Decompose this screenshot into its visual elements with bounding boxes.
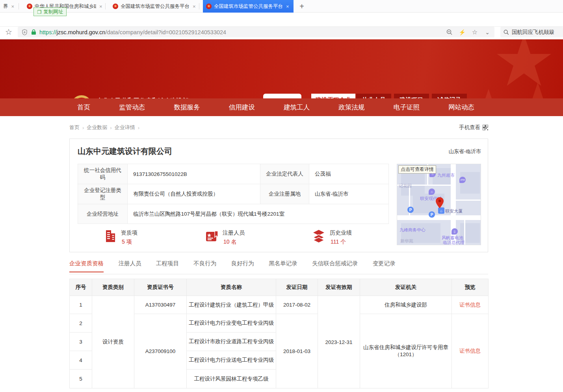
company-name: 山东中元建筑设计有限公司: [78, 146, 172, 157]
nav-site-news[interactable]: 网站动态: [448, 98, 474, 116]
close-icon[interactable]: ×: [99, 4, 102, 9]
search-tab-enterprise[interactable]: 建设工程企业: [311, 94, 355, 98]
tab-projects[interactable]: 工程项目: [156, 260, 179, 272]
map-label-lianan-tower: 联安大厦: [445, 208, 463, 214]
certificate-number: A237009100: [134, 314, 187, 388]
issue-date: 2017-08-02: [276, 296, 318, 314]
tab-separator: [105, 3, 106, 9]
search-icon: [504, 30, 509, 35]
atm-poi-icon: ATM: [459, 177, 466, 183]
new-tab-button[interactable]: +: [296, 1, 307, 12]
col-header: 资质证书号: [134, 279, 187, 296]
certificate-info-link[interactable]: 证书信息: [459, 348, 481, 354]
tab-good-behavior[interactable]: 良好行为: [231, 260, 254, 272]
nav-credit[interactable]: 信用建设: [229, 98, 255, 116]
map-thumbnail[interactable]: 点击可查看详情 ⌂ 九州超市 ATM 记花园 ⌂ 联安现代城 ⌂ 联安大厦 P …: [397, 164, 481, 245]
shield-icon[interactable]: [22, 29, 28, 35]
map-tooltip: 点击可查看详情: [398, 165, 436, 174]
qualification-category: 设计资质: [92, 296, 134, 388]
stat-value[interactable]: 5 项: [121, 239, 137, 246]
field-label: 企业法定代表人: [260, 164, 309, 184]
tower-poi-icon: ⌂: [438, 207, 444, 214]
breadcrumb-company-detail[interactable]: 企业详情: [115, 124, 135, 131]
nav-e-license[interactable]: 电子证照: [394, 98, 420, 116]
lock-icon: [31, 29, 36, 35]
battery-poi-icon: ▯: [452, 228, 458, 235]
search-tab-personnel[interactable]: 从业人员: [356, 94, 391, 98]
parking-icon: P: [407, 207, 414, 213]
col-header: 发证日期: [276, 279, 318, 296]
col-header: 预览: [452, 279, 489, 296]
browser-tab-jzsc-1[interactable]: ★ 全国建筑市场监管公共服务平台 ×: [110, 0, 199, 13]
qualification-name: 工程设计电力行业送电工程专业丙级: [187, 351, 276, 370]
tab-qualification[interactable]: 企业资质资格: [69, 260, 104, 272]
close-icon[interactable]: ×: [11, 4, 15, 9]
certificate-info-link[interactable]: 证书信息: [459, 302, 481, 308]
company-region: 山东省-临沂市: [449, 148, 481, 155]
qr-code: [263, 94, 301, 98]
map-label-xinhuayuan: 新华苑: [400, 238, 413, 244]
close-icon[interactable]: ×: [286, 4, 289, 9]
browser-url-bar: ☆ https://jzsc.mohurd.gov.cn/data/compan…: [0, 13, 563, 27]
bookmark-star-icon[interactable]: ☆: [3, 27, 14, 37]
stat-value[interactable]: 111 个: [330, 239, 352, 246]
close-icon[interactable]: ×: [193, 4, 196, 9]
address-field[interactable]: https://jzsc.mohurd.gov.cn/data/company/…: [18, 27, 494, 37]
browser-tab-jzsc-active[interactable]: ★ 全国建筑市场监管公共服务平台 ×: [203, 0, 294, 13]
qualification-name: 工程设计市政行业道路工程专业丙级: [187, 333, 276, 351]
favorite-star-icon[interactable]: ☆: [472, 29, 478, 35]
header-search-module: 建设工程企业 从业人员 建设项目 诚信记录 搜索: [311, 94, 487, 98]
col-header: 发证有效期: [318, 279, 360, 296]
search-tab-credit[interactable]: 诚信记录: [432, 94, 467, 98]
row-number: 3: [70, 333, 92, 351]
company-info-table: 统一社会信用代码 91371302675501022B 企业法定代表人 公茂福 …: [78, 164, 389, 224]
nav-policy[interactable]: 政策法规: [338, 98, 364, 116]
browser-tab-partial[interactable]: 界 ×: [0, 0, 19, 13]
breadcrumb: 首页 › 企业数据 › 企业详情 › 手机查看: [69, 123, 488, 132]
qualification-name: 工程设计建筑行业（建筑工程）甲级: [187, 296, 276, 314]
valid-until-date: 2023-12-31: [318, 296, 360, 388]
stat-history: 历史业绩 111 个: [312, 229, 352, 246]
field-label: 企业经营地址: [78, 204, 128, 224]
chevron-down-icon[interactable]: ⌄: [484, 29, 491, 35]
tab-registered-staff[interactable]: 注册人员: [118, 260, 141, 272]
tab-separator: [19, 3, 19, 9]
stat-label: 注册人员: [223, 229, 245, 237]
zoom-out-icon[interactable]: [446, 29, 453, 35]
search-category-tabs: 建设工程企业 从业人员 建设项目 诚信记录: [311, 94, 487, 98]
nav-home[interactable]: 首页: [77, 98, 90, 116]
news-search-box[interactable]: 国航回应飞机颠簸: [500, 27, 563, 37]
nav-workers[interactable]: 建筑工人: [284, 98, 310, 116]
stat-label: 资质项: [121, 229, 137, 237]
tab-dishonesty-records[interactable]: 失信联合惩戒记录: [312, 260, 358, 272]
emblem-favicon-icon: ★: [206, 4, 212, 9]
trending-query: 国航回应飞机颠簸: [512, 29, 554, 36]
tab-change-records[interactable]: 变更记录: [373, 260, 396, 272]
nav-supervision[interactable]: 监管动态: [119, 98, 145, 116]
credit-code-value: 91371302675501022B: [128, 164, 260, 184]
nav-data-service[interactable]: 数据服务: [174, 98, 200, 116]
reg-type-value: 有限责任公司（自然人投资或控股）: [128, 184, 260, 204]
site-header: 中华人民共和国住房和城乡建设部 www.mohurd.gov.cn 全国建筑市场…: [0, 39, 563, 98]
layers-icon: [312, 229, 326, 243]
qualification-table: 序号 资质类别 资质证书号 资质名称 发证日期 发证有效期 发证机关 预览 1 …: [69, 279, 489, 388]
issuing-authority: 山东省住房和城乡建设厅许可专用章 （1201）: [360, 314, 452, 388]
breadcrumb-home[interactable]: 首页: [69, 124, 80, 131]
map-label-garden: 记花园: [399, 183, 412, 189]
row-number: 4: [70, 351, 92, 370]
mobile-view-link[interactable]: 手机查看: [459, 124, 488, 131]
stat-value[interactable]: 10 名: [223, 239, 245, 246]
detail-tab-bar: 企业资质资格 注册人员 工程项目 不良行为 良好行为 黑名单记录 失信联合惩戒记…: [69, 260, 488, 274]
urlbar-actions: ⚡ ☆ ⌄: [446, 29, 491, 35]
tab-separator: [199, 3, 199, 9]
tab-bad-behavior[interactable]: 不良行为: [193, 260, 216, 272]
tab-blacklist[interactable]: 黑名单记录: [269, 260, 297, 272]
col-header: 序号: [70, 279, 92, 296]
search-tab-project[interactable]: 建设项目: [394, 94, 429, 98]
lightning-icon[interactable]: ⚡: [459, 29, 465, 35]
reg-region-value: 山东省-临沂市: [309, 184, 389, 204]
row-number: 2: [70, 314, 92, 333]
table-row: 1 设计资质 A137030497 工程设计建筑行业（建筑工程）甲级 2017-…: [70, 296, 489, 314]
breadcrumb-company-data[interactable]: 企业数据: [87, 124, 107, 131]
url-text: https://jzsc.mohurd.gov.cn/data/company/…: [39, 29, 226, 35]
